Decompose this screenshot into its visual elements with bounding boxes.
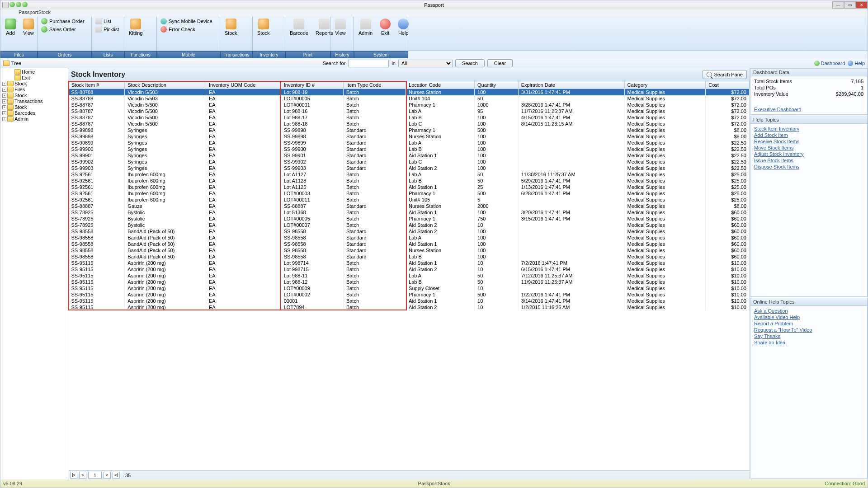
tree-node[interactable]: +Stock [1,104,67,110]
exit-button[interactable]: Exit [378,18,392,37]
add-button[interactable]: Add [3,18,18,37]
column-header[interactable]: Stock Item # [69,81,125,89]
sync-mobile-button[interactable]: Sync Mobile Device [160,18,213,25]
list-button[interactable]: List [94,18,112,25]
sales-order-button[interactable]: Sales Order [40,26,77,33]
help-link[interactable]: Add Stock Item [754,132,863,138]
pager-last-button[interactable]: >| [113,472,120,479]
help-button[interactable]: Help [396,18,410,37]
table-row[interactable]: SS-95115Aspririn (200 mg)EALOT7894BatchA… [69,304,750,310]
column-header[interactable]: Stock Description [125,81,206,89]
tab-functions[interactable]: Functions [124,51,157,58]
table-row[interactable]: SS-99902SyringesEASS-99902StandardLab C1… [69,159,750,165]
help-link[interactable]: Adjust Stock Inventory [754,151,863,157]
online-help-link[interactable]: Request a "How To" Video [754,327,863,333]
table-row[interactable]: SS-78925BystolicEALot 51368BatchAid Stat… [69,209,750,216]
table-row[interactable]: SS-98558BandAid (Pack of 50)EASS-98558St… [69,253,750,260]
column-header[interactable]: Cost [706,81,750,89]
table-row[interactable]: SS-95115Aspririn (200 mg)EALOT#00002Batc… [69,291,750,298]
table-row[interactable]: SS-88787Vicodin 5/500EALot 988-18BatchLa… [69,121,750,127]
table-row[interactable]: SS-78925BystolicEALOT#00005BatchPharmacy… [69,216,750,222]
search-button[interactable]: Search [455,59,485,67]
pager-page-input[interactable] [88,472,102,479]
column-header[interactable]: Quantity [475,81,519,89]
tree-node[interactable]: +Stock [1,81,67,87]
stock-inventory-button[interactable]: Stock [255,18,272,37]
help-link[interactable]: Stock Item Inventory [754,126,863,132]
history-view-button[interactable]: View [333,18,348,37]
table-row[interactable]: SS-99900SyringesEASS-99900StandardLab B1… [69,146,750,152]
expand-icon[interactable]: + [2,111,6,115]
expand-icon[interactable]: + [2,105,6,109]
table-row[interactable]: SS-99901SyringesEASS-99901StandardAid St… [69,152,750,159]
table-row[interactable]: SS-99898SyringesEASS-99898StandardNurses… [69,133,750,140]
tab-transactions[interactable]: Transactions [220,51,253,58]
expand-icon[interactable]: + [2,88,6,92]
clear-button[interactable]: Clear [487,59,513,67]
table-row[interactable]: SS-95115Aspririn (200 mg)EALot 998714Bat… [69,260,750,266]
pager-first-button[interactable]: |< [70,472,77,479]
help-link[interactable]: Move Stock Items [754,145,863,151]
tab-history[interactable]: History [330,51,354,58]
table-row[interactable]: SS-88887GauzeEASS-88887StandardNurses St… [69,203,750,209]
table-row[interactable]: SS-98558BandAid (Pack of 50)EASS-98558St… [69,228,750,235]
expand-icon[interactable]: + [2,94,6,98]
search-pane-button[interactable]: Search Pane [703,70,747,79]
table-row[interactable]: SS-92561Ibuprofen 600mgEALOT#00003BatchP… [69,190,750,197]
table-row[interactable]: SS-99903SyringesEASS-99903StandardAid St… [69,165,750,171]
tree-node[interactable]: +Stock [1,93,67,99]
online-help-link[interactable]: Report a Problem [754,320,863,327]
minimize-button[interactable]: — [832,1,844,9]
picklist-button[interactable]: Picklist [94,26,120,33]
tab-lists[interactable]: Lists [92,51,124,58]
help-link[interactable]: Receive Stock Items [754,138,863,145]
tree-node[interactable]: +Files [1,87,67,93]
barcode-button[interactable]: Barcode [288,18,310,37]
table-row[interactable]: SS-98558BandAid (Pack of 50)EASS-98558St… [69,241,750,247]
tab-mobile[interactable]: Mobile [157,51,220,58]
column-header[interactable]: Expiration Date [518,81,624,89]
table-row[interactable]: SS-92561Ibuprofen 600mgEALot A1127BatchL… [69,171,750,178]
admin-button[interactable]: Admin [357,18,374,37]
online-help-link[interactable]: Share an Idea [754,339,863,346]
table-row[interactable]: SS-99898SyringesEASS-99898StandardPharma… [69,127,750,133]
expand-icon[interactable]: + [2,99,6,103]
pager-prev-button[interactable]: < [79,472,86,479]
help-link[interactable]: Dispose Stock Items [754,164,863,170]
maximize-button[interactable]: ▭ [844,1,856,9]
purchase-order-button[interactable]: Purchase Order [40,18,85,25]
expand-icon[interactable]: + [2,82,6,86]
document-tab[interactable]: PassportStock [0,9,868,17]
table-row[interactable]: SS-95115Aspririn (200 mg)EALot 988-12Bat… [69,279,750,285]
table-row[interactable]: SS-88788Vicodin 5/503EALot 988-19BatchNu… [69,89,750,96]
tree-node[interactable]: +Admin [1,116,67,122]
tab-print[interactable]: Print [285,51,330,58]
table-row[interactable]: SS-98558BandAid (Pack of 50)EASS-98558St… [69,247,750,253]
table-row[interactable]: SS-78925BystolicEALOT#00007BatchAid Stat… [69,222,750,228]
table-row[interactable]: SS-88787Vicodin 5/500EALot 988-17BatchLa… [69,114,750,121]
table-row[interactable]: SS-98558BandAid (Pack of 50)EASS-98558St… [69,235,750,241]
table-row[interactable]: SS-95115Aspririn (200 mg)EALOT#00009Batc… [69,285,750,291]
help-link[interactable]: Issue Stock Items [754,157,863,164]
table-row[interactable]: SS-95115Aspririn (200 mg)EALot 998715Bat… [69,266,750,272]
tree-node[interactable]: +Barcodes [1,110,67,116]
online-help-link[interactable]: Available Video Help [754,314,863,320]
table-row[interactable]: SS-92561Ibuprofen 600mgEALot A1128BatchL… [69,178,750,184]
table-row[interactable]: SS-88788Vicodin 5/503EALOT#00005BatchUni… [69,95,750,102]
online-help-link[interactable]: Ask a Question [754,308,863,314]
expand-icon[interactable]: + [2,117,6,121]
table-row[interactable]: SS-95115Aspririn (200 mg)EA00001BatchAid… [69,298,750,304]
tree-node[interactable]: Home [1,69,67,75]
tree-node[interactable]: +Transactions [1,99,67,104]
pager-next-button[interactable]: > [104,472,111,479]
tab-system[interactable]: System [354,51,408,58]
dashboard-link[interactable]: Dashboard [814,61,845,66]
column-header[interactable]: Category [624,81,706,89]
column-header[interactable]: Inventory UOM Code [206,81,281,89]
column-header[interactable]: Location Code [406,81,475,89]
tree-node[interactable]: Exit [1,75,67,81]
help-link[interactable]: Help [848,61,865,66]
table-row[interactable]: SS-92561Ibuprofen 600mgEALot A1125BatchA… [69,184,750,190]
table-row[interactable]: SS-92561Ibuprofen 600mgEALOT#00011BatchU… [69,197,750,203]
column-header[interactable]: Inventory ID # [281,81,343,89]
